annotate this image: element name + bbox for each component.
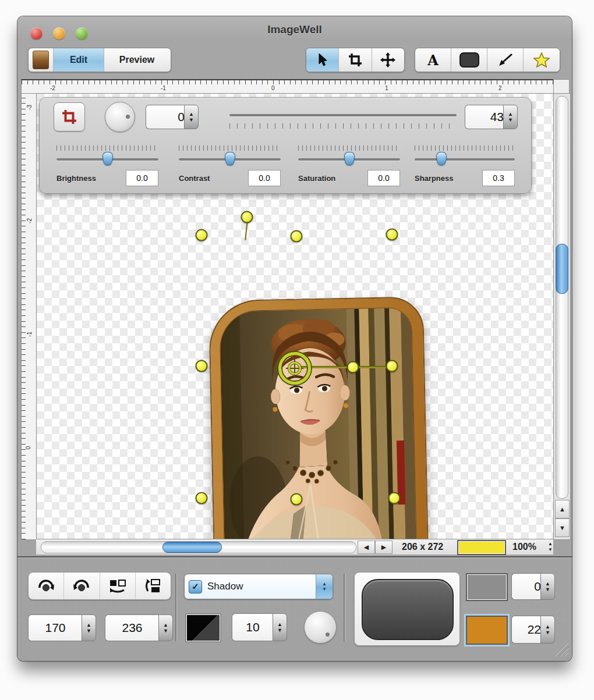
- handle-middle-right[interactable]: [386, 360, 398, 372]
- angle-field[interactable]: 0: [146, 105, 189, 129]
- size-field[interactable]: 43: [465, 105, 508, 129]
- ruler-label: -2: [26, 218, 33, 223]
- crop-tool-button[interactable]: [339, 48, 372, 72]
- shadow-checkbox[interactable]: ✓: [189, 580, 202, 594]
- scroll-up-button[interactable]: ▲: [555, 500, 570, 518]
- stepper-down-icon: ▼: [189, 118, 194, 123]
- arrow-line-icon: [498, 53, 513, 67]
- effect-popup[interactable]: ✓ Shadow ▲ ▼: [184, 574, 333, 599]
- popup-stepper-icon[interactable]: ▲ ▼: [316, 574, 333, 599]
- title-bar: ImageWell: [17, 16, 572, 43]
- slider-ticks: [415, 145, 515, 151]
- saturation-slider-thumb[interactable]: [344, 152, 355, 165]
- sharpness-slider-track[interactable]: [415, 158, 515, 161]
- tab-preview[interactable]: Preview: [104, 48, 169, 72]
- angle-stepper[interactable]: ▲ ▼: [184, 105, 199, 129]
- height-stepper[interactable]: ▲ ▼: [158, 614, 173, 641]
- size-stepper[interactable]: ▲ ▼: [503, 105, 518, 129]
- flip-horizontal-button[interactable]: [100, 573, 136, 599]
- vertical-scrollbar-thumb[interactable]: [556, 244, 568, 294]
- width-field[interactable]: 170: [28, 614, 82, 641]
- red-crop-icon: [62, 109, 77, 125]
- saturation-value[interactable]: 0.0: [367, 170, 400, 186]
- saturation-label: Saturation: [298, 174, 367, 183]
- resize-grip[interactable]: [552, 640, 568, 656]
- brightness-group: Brightness 0.0: [56, 145, 158, 186]
- shadow-color-swatch[interactable]: [185, 613, 221, 642]
- vertical-scrollbar-track[interactable]: [556, 96, 568, 499]
- brightness-label: Brightness: [56, 174, 126, 183]
- shadow-preview-well: [354, 572, 460, 646]
- opacity-swatch-gray[interactable]: [466, 573, 508, 601]
- stepper-down-icon: ▼: [548, 548, 553, 552]
- scroll-left-button[interactable]: ◀: [358, 541, 375, 554]
- sharpness-slider-thumb[interactable]: [436, 152, 447, 165]
- move-tool-button[interactable]: [372, 48, 404, 72]
- center-target[interactable]: [278, 352, 311, 385]
- stepper-up-icon: ▲: [322, 582, 327, 587]
- handle-top-right[interactable]: [386, 229, 398, 241]
- panel-divider: [175, 574, 176, 641]
- image-thumbnail-icon[interactable]: [29, 48, 54, 72]
- slider-ticks: [298, 145, 400, 151]
- stepper-up-icon: ▲: [548, 542, 553, 546]
- sharpness-value[interactable]: 0.3: [482, 170, 515, 186]
- rotate-cw-button[interactable]: [29, 573, 64, 599]
- contrast-value[interactable]: 0.0: [248, 170, 281, 186]
- select-tool-button[interactable]: [306, 48, 339, 72]
- color-swatch-yellow[interactable]: [457, 540, 506, 555]
- contrast-slider-thumb[interactable]: [225, 152, 235, 165]
- handle-top-left[interactable]: [196, 229, 208, 241]
- handle-middle-left[interactable]: [196, 360, 208, 372]
- handle-top-center[interactable]: [291, 230, 303, 243]
- rotation-knob[interactable]: [105, 102, 135, 132]
- handle-bottom-right[interactable]: [388, 492, 401, 504]
- size-slider-track[interactable]: [229, 114, 457, 116]
- zoom-stepper[interactable]: ▲ ▼: [545, 540, 556, 554]
- text-tool-button[interactable]: A: [415, 48, 451, 72]
- sharpness-label: Sharpness: [415, 174, 482, 183]
- horizontal-scrollbar-track[interactable]: [41, 541, 356, 553]
- flip-vertical-button[interactable]: [136, 573, 171, 599]
- frame-swatch-orange[interactable]: [466, 616, 508, 645]
- rotate-ccw-button[interactable]: [64, 573, 100, 599]
- stepper-down-icon: ▼: [322, 587, 327, 592]
- handle-radius[interactable]: [347, 361, 359, 374]
- vertical-scrollbar[interactable]: ▲ ▼: [553, 93, 571, 540]
- tab-edit[interactable]: Edit: [54, 48, 104, 72]
- width-stepper[interactable]: ▲ ▼: [82, 614, 96, 641]
- shape-tool-button[interactable]: [451, 48, 487, 72]
- stepper-up-icon: ▲: [545, 624, 550, 630]
- brightness-value[interactable]: 0.0: [126, 170, 158, 186]
- ruler-corner: [553, 79, 570, 94]
- canvas[interactable]: 0 ▲ ▼ 43 ▲ ▼ Brightness 0.0: [36, 93, 554, 540]
- rotation-handle[interactable]: [241, 211, 253, 223]
- effect-popup-label: Shadow: [207, 581, 316, 592]
- shadow-preview: [362, 579, 454, 640]
- crop-apply-button[interactable]: [54, 102, 85, 132]
- shadow-blur-field[interactable]: 10: [232, 613, 273, 641]
- rotation-handle-stem: [245, 221, 248, 240]
- stepper-down-icon: ▼: [277, 628, 282, 633]
- horizontal-scrollbar-thumb[interactable]: [162, 542, 222, 553]
- handle-bottom-center[interactable]: [291, 493, 303, 506]
- scroll-right-button[interactable]: ▶: [375, 541, 393, 554]
- frame-width-stepper[interactable]: ▲ ▼: [540, 616, 555, 644]
- shadow-blur-stepper[interactable]: ▲ ▼: [273, 613, 287, 641]
- shadow-angle-knob[interactable]: [304, 611, 337, 644]
- opacity-stepper[interactable]: ▲ ▼: [540, 573, 555, 600]
- star-tool-button[interactable]: [524, 48, 559, 72]
- star-icon: [533, 52, 550, 67]
- handle-bottom-left[interactable]: [196, 492, 208, 504]
- target-inner-ring: [288, 362, 301, 375]
- line-tool-button[interactable]: [487, 48, 524, 72]
- panel-divider: [344, 574, 345, 641]
- portrait-photo: [219, 307, 418, 540]
- stepper-down-icon: ▼: [86, 628, 91, 634]
- stepper-up-icon: ▲: [86, 623, 91, 628]
- brightness-slider-thumb[interactable]: [102, 152, 113, 165]
- sharpness-group: Sharpness 0.3: [415, 145, 515, 186]
- ruler-label: 2: [498, 85, 502, 91]
- scroll-down-button[interactable]: ▼: [555, 518, 570, 537]
- height-field[interactable]: 236: [105, 614, 159, 641]
